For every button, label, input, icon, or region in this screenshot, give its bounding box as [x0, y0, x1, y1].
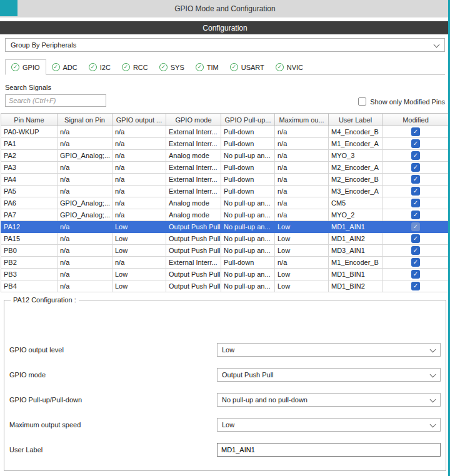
cell-user-label[interactable]: MYO_3	[329, 150, 382, 162]
table-row[interactable]: PA12n/aLowOutput Push PullNo pull-up an.…	[1, 221, 449, 233]
cell-user-label[interactable]: MD1_BIN2	[329, 280, 382, 292]
modified-checkbox[interactable]: ✓	[411, 175, 420, 184]
column-header[interactable]: GPIO mode	[166, 114, 221, 126]
cell-output-level[interactable]: n/a	[112, 209, 166, 221]
cell-pin-name[interactable]: PA7	[1, 209, 58, 221]
cell-pin-name[interactable]: PA2	[1, 150, 58, 162]
table-row[interactable]: PB0n/aLowOutput Push PullNo pull-up an..…	[1, 245, 449, 257]
modified-checkbox[interactable]: ✓	[411, 211, 420, 219]
modified-checkbox[interactable]: ✓	[411, 187, 420, 196]
cell-output-level[interactable]: Low	[112, 221, 166, 233]
cell-gpio-mode[interactable]: Output Push Pull	[166, 221, 221, 233]
cell-speed[interactable]: n/a	[275, 126, 329, 138]
cell-gpio-mode[interactable]: External Interr...	[166, 174, 221, 186]
table-row[interactable]: PA7GPIO_Analog;...n/aAnalog modeNo pull-…	[1, 209, 449, 221]
tab-gpio[interactable]: ✓GPIO	[5, 59, 46, 75]
config-text-input[interactable]	[217, 443, 441, 457]
cell-speed[interactable]: Low	[275, 245, 329, 257]
table-row[interactable]: PB2n/an/aExternal Interr...Pull-downn/aM…	[1, 257, 449, 269]
cell-output-level[interactable]: n/a	[112, 197, 166, 209]
modified-checkbox[interactable]: ✓	[411, 199, 420, 207]
config-select[interactable]: No pull-up and no pull-down	[217, 393, 441, 407]
table-row[interactable]: PA4n/an/aExternal Interr...Pull-downn/aM…	[1, 174, 449, 186]
cell-signal[interactable]: GPIO_Analog;...	[58, 150, 112, 162]
cell-user-label[interactable]: CM5	[329, 197, 382, 209]
cell-pin-name[interactable]: PB4	[1, 280, 58, 292]
column-header[interactable]: Maximum ou...	[275, 114, 329, 126]
cell-speed[interactable]: n/a	[275, 174, 329, 186]
cell-pull[interactable]: No pull-up an...	[221, 245, 275, 257]
cell-pull[interactable]: No pull-up an...	[221, 269, 275, 280]
cell-output-level[interactable]: Low	[112, 280, 166, 292]
cell-pin-name[interactable]: PA1	[1, 138, 58, 150]
cell-pull[interactable]: Pull-down	[221, 162, 275, 174]
column-header[interactable]: User Label	[329, 114, 382, 126]
config-select[interactable]: Low	[217, 343, 441, 357]
cell-user-label[interactable]: MD1_AIN1	[329, 221, 382, 233]
table-row[interactable]: PB3n/aLowOutput Push PullNo pull-up an..…	[1, 269, 449, 280]
search-input[interactable]	[5, 94, 106, 107]
cell-user-label[interactable]: M1_Encoder_B	[329, 257, 382, 269]
cell-user-label[interactable]: M4_Encoder_B	[329, 126, 382, 138]
cell-gpio-mode[interactable]: External Interr...	[166, 186, 221, 197]
cell-pull[interactable]: Pull-down	[221, 257, 275, 269]
cell-speed[interactable]: n/a	[275, 209, 329, 221]
cell-signal[interactable]: n/a	[58, 126, 112, 138]
cell-pull[interactable]: No pull-up an...	[221, 150, 275, 162]
cell-speed[interactable]: Low	[275, 233, 329, 245]
cell-pull[interactable]: No pull-up an...	[221, 197, 275, 209]
cell-signal[interactable]: n/a	[58, 174, 112, 186]
cell-speed[interactable]: Low	[275, 221, 329, 233]
cell-output-level[interactable]: n/a	[112, 174, 166, 186]
cell-speed[interactable]: n/a	[275, 138, 329, 150]
cell-signal[interactable]: n/a	[58, 138, 112, 150]
cell-output-level[interactable]: n/a	[112, 186, 166, 197]
table-row[interactable]: PA0-WKUPn/an/aExternal Interr...Pull-dow…	[1, 126, 449, 138]
cell-user-label[interactable]: MD1_AIN2	[329, 233, 382, 245]
cell-user-label[interactable]: M2_Encoder_A	[329, 162, 382, 174]
cell-signal[interactable]: n/a	[58, 257, 112, 269]
modified-checkbox[interactable]: ✓	[411, 127, 420, 136]
cell-gpio-mode[interactable]: External Interr...	[166, 162, 221, 174]
modified-checkbox[interactable]: ✓	[411, 163, 420, 172]
modified-checkbox[interactable]: ✓	[411, 234, 420, 243]
modified-checkbox[interactable]: ✓	[411, 246, 420, 255]
group-by-select[interactable]: Group By Peripherals	[5, 38, 445, 52]
cell-gpio-mode[interactable]: Output Push Pull	[166, 245, 221, 257]
cell-pin-name[interactable]: PA12	[1, 221, 58, 233]
cell-signal[interactable]: n/a	[58, 221, 112, 233]
cell-speed[interactable]: Low	[275, 280, 329, 292]
table-row[interactable]: PA5n/an/aExternal Interr...Pull-downn/aM…	[1, 186, 449, 197]
column-header[interactable]: GPIO output ...	[112, 114, 166, 126]
cell-output-level[interactable]: n/a	[112, 162, 166, 174]
column-header[interactable]: Modified	[382, 114, 449, 126]
cell-pin-name[interactable]: PB3	[1, 269, 58, 280]
cell-signal[interactable]: n/a	[58, 280, 112, 292]
cell-pin-name[interactable]: PB2	[1, 257, 58, 269]
cell-speed[interactable]: n/a	[275, 150, 329, 162]
cell-gpio-mode[interactable]: External Interr...	[166, 138, 221, 150]
tab-sys[interactable]: ✓SYS	[154, 60, 190, 74]
cell-pull[interactable]: No pull-up an...	[221, 209, 275, 221]
tab-adc[interactable]: ✓ADC	[46, 60, 83, 74]
cell-gpio-mode[interactable]: Output Push Pull	[166, 280, 221, 292]
modified-checkbox[interactable]: ✓	[411, 258, 420, 267]
cell-gpio-mode[interactable]: Output Push Pull	[166, 269, 221, 280]
cell-pull[interactable]: Pull-down	[221, 186, 275, 197]
cell-user-label[interactable]: MYO_2	[329, 209, 382, 221]
cell-user-label[interactable]: MD3_AIN1	[329, 245, 382, 257]
cell-gpio-mode[interactable]: Analog mode	[166, 197, 221, 209]
cell-output-level[interactable]: n/a	[112, 257, 166, 269]
table-row[interactable]: PA1n/an/aExternal Interr...Pull-downn/aM…	[1, 138, 449, 150]
cell-pin-name[interactable]: PB0	[1, 245, 58, 257]
cell-pull[interactable]: Pull-down	[221, 174, 275, 186]
table-row[interactable]: PA6GPIO_Analog;...n/aAnalog modeNo pull-…	[1, 197, 449, 209]
cell-signal[interactable]: GPIO_Analog;...	[58, 197, 112, 209]
column-header[interactable]: Signal on Pin	[58, 114, 112, 126]
modified-checkbox[interactable]: ✓	[411, 222, 420, 231]
config-select[interactable]: Low	[217, 418, 441, 432]
cell-signal[interactable]: n/a	[58, 245, 112, 257]
cell-signal[interactable]: n/a	[58, 269, 112, 280]
cell-signal[interactable]: n/a	[58, 186, 112, 197]
cell-output-level[interactable]: n/a	[112, 138, 166, 150]
